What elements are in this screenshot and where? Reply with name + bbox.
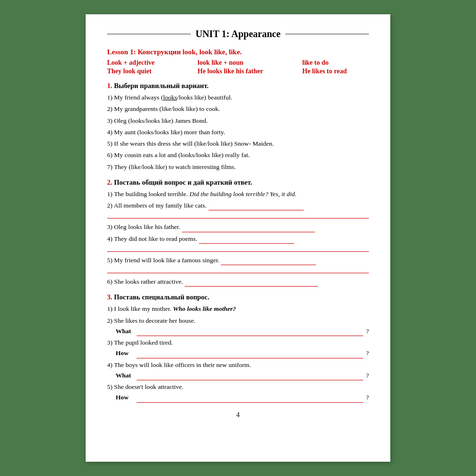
exercise2-item2: 2) All members of my family like cats.	[107, 201, 369, 218]
exercise1-item1: 1) My friend always (looks/looks like) b…	[107, 93, 369, 102]
exercise1-item4: 4) My aunt (looks/looks like) more than …	[107, 128, 369, 137]
grammar-row2: They look quiet He looks like his father…	[107, 68, 369, 75]
exercise3-item2: 2) She likes to decorate her house. What…	[107, 316, 369, 337]
exercise3: 3. Поставь специальный вопрос. 1) I look…	[107, 293, 369, 402]
page-number: 4	[107, 411, 369, 419]
exercise3-item4: 4) The boys will look like officers in t…	[107, 360, 369, 381]
exercise1-item5: 5) If she wears this dress she will (lik…	[107, 139, 369, 149]
grammar-like-to-do: like to do	[302, 59, 328, 67]
exercise3-item1: 1) I look like my mother. Who looks like…	[107, 304, 369, 314]
exercise3-item2-fill: What ?	[116, 327, 369, 336]
unit-title-text: UNIT 1: Appearance	[196, 29, 281, 40]
worksheet-page: UNIT 1: Appearance Lesson 1: Конструкции…	[86, 14, 390, 462]
exercise1-item7: 7) They (like/look like) to watch intere…	[107, 162, 369, 172]
grammar-look-adjective: Look + adjective	[107, 59, 198, 67]
exercise2-item1: 1) The building looked terrible. Did the…	[107, 189, 369, 199]
grammar-he-looks-like: He looks like his father	[198, 68, 302, 75]
unit-title: UNIT 1: Appearance	[107, 29, 369, 40]
grammar-look-like-noun: look like + noun	[198, 59, 302, 67]
exercise3-item4-fill: What ?	[116, 371, 369, 380]
exercise2-item6: 6) She looks rather attractive.	[107, 277, 369, 287]
exercise1-item2: 2) My grandparents (like/look like) to c…	[107, 104, 369, 114]
exercise2-title: 2. Поставь общий вопрос и дай краткий от…	[107, 178, 369, 187]
exercise3-title: 3. Поставь специальный вопрос.	[107, 293, 369, 301]
grammar-they-look-quiet: They look quiet	[107, 68, 198, 75]
exercise1-item3: 3) Oleg (looks/looks like) James Bond.	[107, 116, 369, 126]
exercise3-item5: 5) She doesn't look attractive. How ?	[107, 382, 369, 403]
exercise1: 1. Выбери правильный вариант. 1) My frie…	[107, 82, 369, 172]
lesson-title: Lesson 1: Конструкции look, look like, l…	[107, 48, 369, 56]
exercise1-item6: 6) My cousin eats a lot and (looks/looks…	[107, 150, 369, 160]
exercise2-item4: 4) They did not like to read poems.	[107, 234, 369, 252]
grammar-row1: Look + adjective look like + noun like t…	[107, 59, 369, 67]
grammar-he-likes-to-read: He likes to read	[302, 68, 347, 75]
exercise3-item3: 3) The pupil looked tired. How ?	[107, 338, 369, 358]
exercise2: 2. Поставь общий вопрос и дай краткий от…	[107, 178, 369, 287]
exercise2-item3: 3) Oleg looks like his father.	[107, 222, 369, 232]
exercise3-item3-fill: How ?	[116, 348, 369, 358]
exercise2-item5: 5) My friend will look like a famous sin…	[107, 256, 369, 273]
exercise1-title: 1. Выбери правильный вариант.	[107, 82, 369, 90]
exercise3-item5-fill: How ?	[116, 393, 369, 402]
